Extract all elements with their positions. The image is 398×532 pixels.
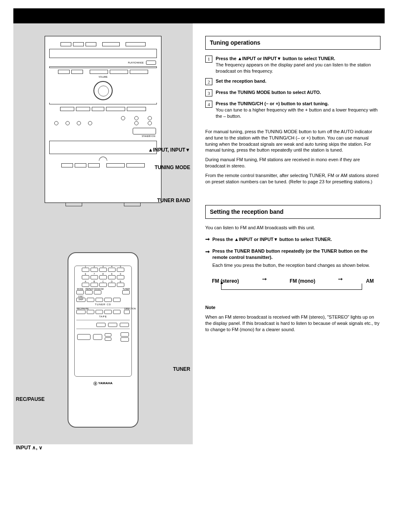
arrow-icon: ➞ xyxy=(205,236,210,243)
arrow-icon: ➞ xyxy=(205,248,210,256)
remote-diagram: 12345 67890 ABCDE MODEREPEATRANDOM TUNER… xyxy=(68,252,139,428)
label-tuner-cd: TUNER CD xyxy=(75,303,131,306)
step-number-4: 4 xyxy=(205,101,212,108)
step-number-1: 1 xyxy=(205,56,212,63)
stereo-diagram: PLAYXCHANGE VOLUME xyxy=(45,36,161,203)
step-number-2: 2 xyxy=(205,78,212,85)
callout-tuning-mode: TUNING MODE xyxy=(155,164,190,171)
step-2: 2 Set the reception band. xyxy=(205,78,380,85)
label-playxchange: PLAYXCHANGE xyxy=(128,61,144,64)
callout-tuner-band: TUNER BAND xyxy=(157,197,190,204)
band-action-1: ➞ Press the ▲INPUT or INPUT▼ button to s… xyxy=(205,236,380,243)
manual-tuning-note-1: For manual tuning, press the TUNING MODE… xyxy=(205,129,380,153)
callout-remote-tuner: TUNER xyxy=(173,366,190,372)
step-3: 3 Press the TUNING MODE button to select… xyxy=(205,89,380,96)
step4-title: Press the TUNING/CH (– or +) button to s… xyxy=(216,101,380,107)
heading-setting-band: Setting the reception band xyxy=(205,205,380,219)
callout-input: ▲INPUT, INPUT▼ xyxy=(148,147,190,153)
remote-preset-note: From the remote control transmitter, aft… xyxy=(205,172,380,185)
step1-title: Press the ▲INPUT or INPUT▼ button to sel… xyxy=(216,56,380,62)
band-action-2: ➞ Press the TUNER BAND button repeatedly… xyxy=(205,248,380,269)
flow-am: AM xyxy=(366,278,374,284)
band-flow-diagram: FM (stereo) ➞ FM (mono) ➞ AM ▲ xyxy=(209,277,377,298)
note-body: When an FM stereo broadcast is received … xyxy=(205,314,380,333)
manual-tuning-note-2: During manual FM tuning, FM stations are… xyxy=(205,157,380,169)
label-tape: TAPE xyxy=(75,315,131,318)
step4-body: You can tune to a higher frequency with … xyxy=(216,107,380,119)
callout-remote-input: INPUT ∧, ∨ xyxy=(16,444,43,451)
heading-tuning-operations: Tuning operations xyxy=(205,36,380,50)
arrow-icon: ➞ xyxy=(262,275,267,283)
step3-title: Press the TUNING MODE button to select A… xyxy=(216,89,380,96)
brand-logo: YAMAHA xyxy=(68,381,138,386)
band-intro: You can listen to FM and AM broadcasts w… xyxy=(205,225,380,231)
flow-fm-stereo: FM (stereo) xyxy=(212,278,239,284)
step-number-3: 3 xyxy=(205,89,212,96)
figures-column: PLAYXCHANGE VOLUME xyxy=(13,23,193,444)
step-4: 4 Press the TUNING/CH (– or +) button to… xyxy=(205,101,380,119)
step-1: 1 Press the ▲INPUT or INPUT▼ button to s… xyxy=(205,56,380,74)
step2-title: Set the reception band. xyxy=(216,78,380,84)
step1-body: The frequency appears on the display pan… xyxy=(216,62,380,74)
label-volume: VOLUME xyxy=(45,76,161,79)
arrow-icon: ➞ xyxy=(338,275,343,283)
text-column: Tuning operations 1 Press the ▲INPUT or … xyxy=(193,23,385,444)
note-heading: Note xyxy=(205,304,380,311)
callout-remote-recpause: REC/PAUSE xyxy=(16,396,45,403)
black-title-bar xyxy=(13,8,385,23)
label-standby: STANDBY/ON xyxy=(45,135,161,138)
flow-fm-mono: FM (mono) xyxy=(290,278,315,284)
